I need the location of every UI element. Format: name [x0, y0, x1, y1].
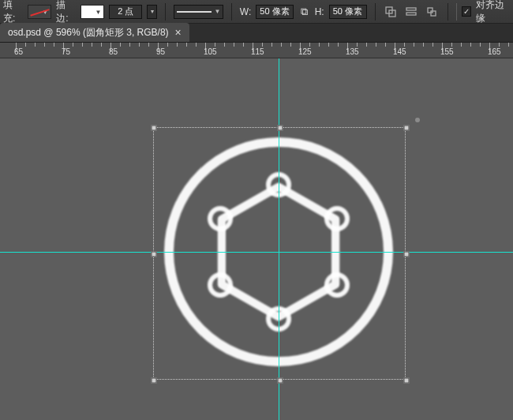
ruler-tick-label: 105	[204, 47, 217, 56]
ruler-tick-label: 135	[346, 47, 359, 56]
path-align-button[interactable]	[403, 3, 419, 21]
guide-horizontal[interactable]	[0, 252, 513, 253]
close-icon[interactable]: ×	[175, 27, 182, 38]
guide-vertical[interactable]	[279, 58, 279, 420]
stroke-width-stepper[interactable]: ▾	[147, 5, 157, 19]
transform-handle[interactable]	[404, 378, 410, 384]
shape-node	[208, 206, 233, 231]
ruler-tick-label: 75	[62, 47, 70, 56]
ruler-tick-label: 125	[298, 47, 312, 56]
svg-rect-5	[431, 11, 436, 16]
ruler-tick-label: 65	[14, 47, 23, 56]
separator	[165, 3, 166, 21]
options-bar: 填充: ▼ 描边: ▼ ▾ ▼ W: ⧉ H: ✓ 对齐边缘	[0, 0, 513, 24]
work-area: 65758595105115125135145155165175	[0, 43, 513, 420]
document-tab-bar: osd.psd @ 596% (圆角矩形 3, RGB/8) ×	[0, 24, 513, 43]
ruler-tick-label: 85	[109, 47, 118, 56]
transform-handle[interactable]	[152, 378, 157, 384]
path-arrange-button[interactable]	[424, 3, 440, 21]
transform-handle[interactable]	[152, 126, 157, 131]
align-edges-label: 对齐边缘	[476, 0, 510, 25]
stroke-style-dropdown[interactable]: ▼	[174, 5, 223, 19]
link-wh-icon[interactable]: ⧉	[298, 6, 309, 18]
fill-label: 填充:	[3, 0, 23, 25]
document-tab-title: osd.psd @ 596% (圆角矩形 3, RGB/8)	[8, 26, 169, 39]
path-combine-button[interactable]	[384, 3, 399, 21]
ruler-tick-label: 165	[488, 47, 501, 56]
h-label: H:	[315, 6, 324, 17]
document-tab[interactable]: osd.psd @ 596% (圆角矩形 3, RGB/8) ×	[0, 23, 189, 42]
separator	[375, 3, 376, 21]
shape-node	[324, 206, 350, 231]
shape-node	[324, 272, 350, 298]
width-input[interactable]	[256, 5, 294, 19]
ruler-tick-label: 145	[393, 47, 406, 56]
rotation-handle[interactable]	[415, 118, 420, 122]
svg-rect-3	[406, 13, 416, 15]
ruler-tick-label: 115	[251, 47, 264, 56]
transform-handle[interactable]	[404, 126, 410, 131]
horizontal-ruler[interactable]: 65758595105115125135145155165175	[0, 43, 513, 58]
fill-swatch[interactable]: ▼	[28, 5, 52, 19]
align-edges-checkbox[interactable]: ✓	[462, 6, 471, 17]
separator	[447, 3, 448, 21]
height-input[interactable]	[329, 5, 367, 19]
ruler-tick-label: 95	[156, 47, 165, 56]
svg-rect-2	[406, 8, 416, 10]
shape-node	[208, 272, 233, 298]
w-label: W:	[240, 6, 251, 17]
separator	[456, 3, 457, 21]
svg-rect-4	[428, 8, 432, 13]
stroke-width-input[interactable]	[109, 5, 142, 19]
ruler-tick-label: 155	[440, 47, 454, 56]
canvas[interactable]	[0, 58, 513, 420]
stroke-swatch[interactable]: ▼	[81, 5, 105, 19]
stroke-label: 描边:	[56, 0, 76, 25]
separator	[231, 3, 232, 21]
